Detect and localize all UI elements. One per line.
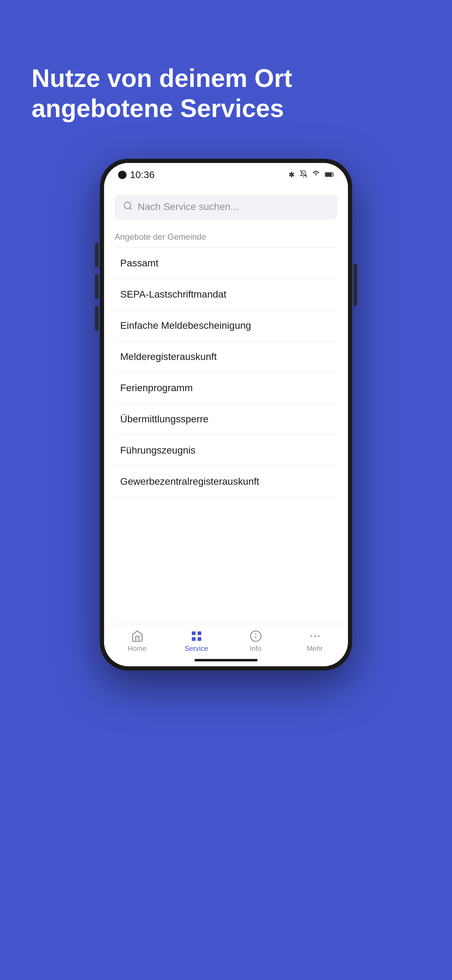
svg-rect-9 bbox=[197, 637, 202, 641]
svg-point-15 bbox=[318, 635, 320, 637]
nav-item-info[interactable]: Info bbox=[238, 630, 273, 652]
volume-down-button bbox=[95, 306, 99, 331]
service-item-uebermittlung[interactable]: Übermittlungssperre bbox=[115, 404, 337, 435]
svg-point-13 bbox=[310, 635, 312, 637]
service-icon bbox=[190, 630, 203, 643]
info-icon bbox=[250, 630, 262, 643]
service-item-ferienprogramm[interactable]: Ferienprogramm bbox=[115, 372, 337, 404]
service-item-sepa[interactable]: SEPA-Lastschriftmandat bbox=[115, 279, 337, 310]
service-list: Passamt SEPA-Lastschriftmandat Einfache … bbox=[115, 247, 337, 624]
status-icons: ✱ bbox=[288, 170, 334, 180]
search-placeholder: Nach Service suchen... bbox=[138, 201, 239, 212]
search-bar[interactable]: Nach Service suchen... bbox=[115, 194, 337, 220]
nav-item-service[interactable]: Service bbox=[179, 630, 214, 652]
nav-label-info: Info bbox=[250, 644, 261, 652]
volume-up-button bbox=[95, 274, 99, 299]
search-icon bbox=[123, 201, 133, 213]
wifi-icon bbox=[312, 170, 320, 180]
phone-screen: 10:36 ✱ bbox=[104, 163, 348, 666]
status-bar: 10:36 ✱ bbox=[104, 163, 348, 184]
time-display: 10:36 bbox=[130, 169, 154, 180]
nav-item-mehr[interactable]: Mehr bbox=[298, 630, 333, 652]
svg-rect-6 bbox=[192, 631, 196, 635]
service-item-meldebescheinigung[interactable]: Einfache Meldebescheinigung bbox=[115, 310, 337, 341]
service-item-fuehrungszeugnis[interactable]: Führungszeugnis bbox=[115, 435, 337, 466]
svg-rect-7 bbox=[197, 631, 202, 635]
bottom-nav: Home Service bbox=[104, 624, 348, 655]
camera-dot bbox=[118, 171, 126, 179]
svg-point-4 bbox=[124, 202, 131, 208]
service-item-gewerbezentral[interactable]: Gewerbezentralregisterauskunft bbox=[115, 466, 337, 497]
svg-rect-2 bbox=[326, 173, 332, 176]
service-item-passamt[interactable]: Passamt bbox=[115, 247, 337, 279]
status-time-area: 10:36 bbox=[118, 169, 154, 180]
nav-label-home: Home bbox=[128, 644, 146, 652]
home-indicator bbox=[194, 659, 258, 662]
battery-icon bbox=[325, 170, 334, 180]
phone-mockup: 10:36 ✱ bbox=[100, 159, 352, 670]
svg-point-14 bbox=[314, 635, 316, 637]
bell-off-icon bbox=[299, 170, 307, 180]
section-title: Angebote der Gemeinde bbox=[115, 232, 337, 242]
svg-rect-3 bbox=[333, 173, 334, 176]
svg-rect-8 bbox=[192, 637, 196, 641]
nav-item-home[interactable]: Home bbox=[120, 630, 155, 652]
svg-line-5 bbox=[130, 207, 131, 209]
hero-title: Nutze von deinem Ort angebotene Services bbox=[32, 63, 292, 124]
nav-label-service: Service bbox=[185, 644, 208, 652]
bluetooth-icon: ✱ bbox=[288, 170, 295, 180]
home-icon bbox=[131, 630, 144, 643]
service-item-melderegister[interactable]: Melderegisterauskunft bbox=[115, 341, 337, 372]
hero-section: Nutze von deinem Ort angebotene Services bbox=[0, 0, 324, 124]
mehr-icon bbox=[309, 630, 321, 643]
svg-line-0 bbox=[300, 170, 307, 177]
nav-label-mehr: Mehr bbox=[307, 644, 323, 652]
phone-shell: 10:36 ✱ bbox=[100, 159, 352, 670]
app-content: Nach Service suchen... Angebote der Geme… bbox=[104, 184, 348, 624]
